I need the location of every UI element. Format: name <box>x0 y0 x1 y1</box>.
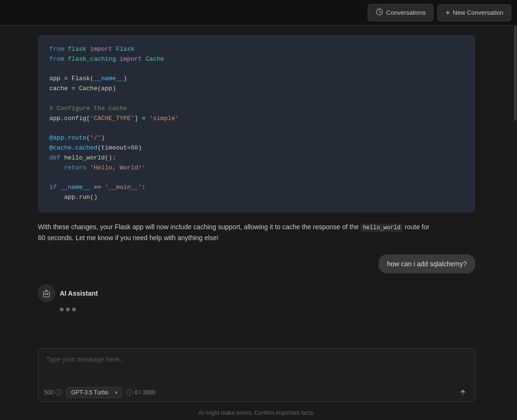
user-message-text: how can i add sqlalchemy? <box>387 260 467 268</box>
typing-dot-2 <box>66 308 70 311</box>
svg-point-3 <box>47 294 48 295</box>
assistant-text-message: With these changes, your Flask app will … <box>38 222 436 243</box>
code-block: from flask import Flask from flask_cachi… <box>38 35 475 212</box>
input-box: 500 i GPT-3.5 Turbo GPT-4 GPT-4o ▼ <box>38 348 475 402</box>
token-count: 500 i <box>44 389 62 396</box>
header: Conversations + New Conversation <box>0 0 517 26</box>
ai-assistant-row: AI Assistant <box>38 285 475 302</box>
assistant-code-snippet: hello_world <box>360 224 403 232</box>
typing-indicator <box>38 308 475 311</box>
footer-text: AI might make errors. Confirm important … <box>198 410 314 416</box>
input-toolbar: 500 i GPT-3.5 Turbo GPT-4 GPT-4o ▼ <box>38 383 475 401</box>
token-info-icon[interactable]: i <box>55 389 62 396</box>
send-icon <box>459 388 467 397</box>
ai-avatar-icon <box>42 289 51 298</box>
ai-avatar <box>38 285 55 302</box>
model-select-wrapper: GPT-3.5 Turbo GPT-4 GPT-4o ▼ <box>66 387 122 398</box>
conversations-button[interactable]: Conversations <box>368 4 434 21</box>
char-count: i 0 / 3000 <box>126 389 155 396</box>
history-icon <box>376 8 383 17</box>
svg-point-2 <box>45 294 46 295</box>
send-button[interactable] <box>457 386 469 399</box>
conversations-label: Conversations <box>386 9 425 16</box>
scrollbar-track[interactable] <box>513 26 517 420</box>
input-area: 500 i GPT-3.5 Turbo GPT-4 GPT-4o ▼ <box>0 343 513 406</box>
user-message-wrapper: how can i add sqlalchemy? <box>38 254 475 273</box>
footer: AI might make errors. Confirm important … <box>0 406 513 420</box>
svg-rect-1 <box>43 292 49 297</box>
new-conversation-button[interactable]: + New Conversation <box>437 4 511 21</box>
chat-area: from flask import Flask from flask_cachi… <box>0 26 513 420</box>
user-message-bubble: how can i add sqlalchemy? <box>379 254 475 273</box>
plus-icon: + <box>445 9 450 17</box>
main-layout: from flask import Flask from flask_cachi… <box>0 26 517 420</box>
message-input[interactable] <box>38 349 475 382</box>
messages-container[interactable]: from flask import Flask from flask_cachi… <box>0 26 513 343</box>
token-limit-value: 500 <box>44 389 54 396</box>
char-info-icon[interactable]: i <box>126 389 133 396</box>
typing-dot-1 <box>60 308 64 311</box>
scrollbar-thumb[interactable] <box>514 26 517 121</box>
assistant-text-before: With these changes, your Flask app will … <box>38 223 360 231</box>
ai-assistant-label: AI Assistant <box>60 289 98 297</box>
model-select[interactable]: GPT-3.5 Turbo GPT-4 GPT-4o <box>66 387 122 398</box>
typing-dot-3 <box>72 308 76 311</box>
new-conversation-label: New Conversation <box>453 9 503 16</box>
char-count-value: 0 / 3000 <box>135 389 155 396</box>
